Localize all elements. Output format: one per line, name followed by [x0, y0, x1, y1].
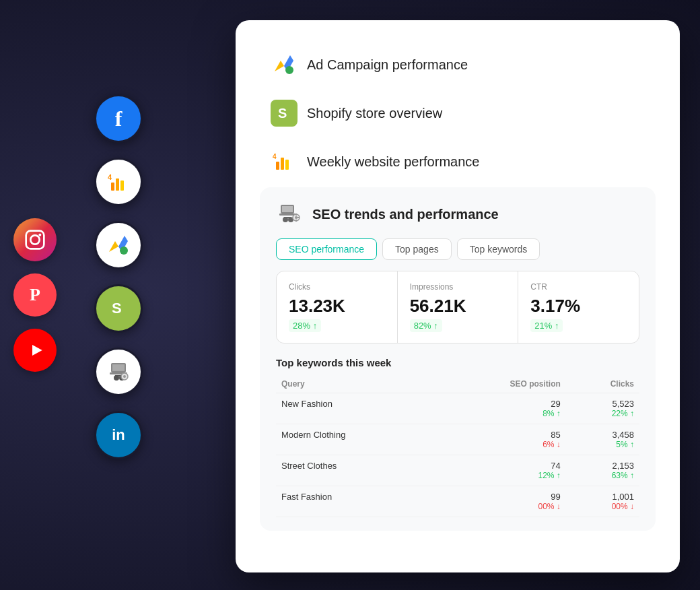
svg-point-2 — [38, 234, 41, 236]
col-clicks: Clicks — [566, 375, 639, 393]
patreon-icon[interactable]: P — [13, 273, 57, 317]
seo-tabs: SEO performance Top pages Top keywords — [276, 238, 639, 260]
keywords-table: Query SEO position Clicks New Fashion298… — [276, 375, 639, 517]
col-seo-position: SEO position — [435, 375, 566, 393]
svg-text:S: S — [112, 300, 122, 317]
query-cell: Fast Fashion — [276, 486, 435, 517]
databox-menu-icon: 4 — [271, 148, 298, 175]
instagram-icon[interactable] — [13, 218, 57, 261]
shopify-icon[interactable]: S — [94, 284, 143, 333]
clicks-cell: 1,00100% ↓ — [566, 486, 639, 517]
query-cell: Modern Clothing — [276, 424, 435, 455]
seo-position-cell: 7412% ↑ — [435, 455, 566, 486]
shopify-label: Shopify store overview — [307, 106, 442, 121]
metric-impressions: Impressions 56.21K 82% ↑ — [398, 271, 518, 343]
svg-rect-5 — [111, 183, 114, 191]
ad-campaign-label: Ad Campaign performance — [307, 57, 468, 73]
query-cell: New Fashion — [276, 393, 435, 424]
metric-clicks: Clicks 13.23K 28% ↑ — [277, 271, 397, 343]
svg-point-19 — [123, 375, 126, 378]
svg-rect-39 — [298, 217, 300, 218]
ctr-value: 3.17% — [530, 296, 627, 317]
svg-text:S: S — [278, 106, 287, 121]
table-row: Fast Fashion9900% ↓1,00100% ↓ — [276, 486, 639, 517]
social-icons-col2: f 4 S — [94, 94, 143, 459]
clicks-value: 13.23K — [289, 296, 385, 317]
table-row: New Fashion298% ↑5,52322% ↑ — [276, 393, 639, 424]
svg-rect-25 — [276, 162, 279, 170]
clicks-cell: 2,15363% ↑ — [566, 455, 639, 486]
svg-rect-30 — [279, 214, 295, 216]
svg-rect-13 — [112, 364, 125, 371]
col-query: Query — [276, 375, 435, 393]
impressions-label: Impressions — [410, 282, 506, 292]
svg-rect-27 — [285, 160, 289, 170]
query-cell: Street Clothes — [276, 455, 435, 486]
tab-top-keywords[interactable]: Top keywords — [457, 238, 540, 260]
menu-item-weekly[interactable]: 4 Weekly website performance — [260, 139, 656, 185]
ctr-change: 21% ↑ — [530, 319, 563, 332]
weekly-label: Weekly website performance — [307, 154, 479, 170]
svg-marker-8 — [109, 241, 118, 252]
google-ads-icon[interactable] — [94, 221, 143, 269]
svg-rect-29 — [282, 206, 293, 212]
svg-point-35 — [295, 216, 298, 219]
svg-rect-7 — [120, 181, 124, 191]
seo-position-cell: 298% ↑ — [435, 393, 566, 424]
clicks-change: 28% ↑ — [289, 319, 321, 332]
seo-section-header: SEO trends and performance — [276, 201, 639, 228]
table-row: Modern Clothing856% ↓3,4585% ↑ — [276, 424, 639, 455]
svg-rect-33 — [284, 217, 292, 218]
svg-rect-38 — [291, 217, 293, 218]
menu-item-ad-campaign[interactable]: Ad Campaign performance — [260, 42, 656, 88]
seo-section-icon — [276, 201, 303, 228]
databox-icon[interactable]: 4 — [94, 158, 143, 206]
seo-tool-icon[interactable] — [94, 348, 143, 396]
table-row: Street Clothes7412% ↑2,15363% ↑ — [276, 455, 639, 486]
seo-position-cell: 9900% ↓ — [435, 486, 566, 517]
impressions-change: 82% ↑ — [410, 319, 442, 332]
shopify-menu-icon: S — [271, 100, 298, 127]
metric-ctr: CTR 3.17% 21% ↑ — [518, 271, 639, 343]
svg-rect-37 — [295, 220, 297, 222]
metrics-row: Clicks 13.23K 28% ↑ Impressions 56.21K 8… — [276, 271, 639, 343]
svg-point-1 — [30, 235, 39, 244]
seo-position-cell: 856% ↓ — [435, 424, 566, 455]
svg-rect-26 — [281, 158, 284, 170]
svg-rect-36 — [295, 214, 297, 216]
clicks-cell: 3,4585% ↑ — [566, 424, 639, 455]
keywords-table-title: Top keywords this week — [276, 357, 639, 368]
clicks-label: Clicks — [289, 282, 385, 292]
svg-rect-6 — [116, 178, 119, 191]
youtube-icon[interactable] — [13, 329, 57, 372]
social-icons-col1: P — [13, 218, 57, 372]
svg-point-10 — [120, 247, 128, 255]
seo-section: SEO trends and performance SEO performan… — [260, 187, 656, 531]
tab-top-pages[interactable]: Top pages — [382, 238, 452, 260]
facebook-icon[interactable]: f — [94, 94, 143, 143]
svg-point-22 — [285, 66, 293, 74]
ctr-label: CTR — [530, 282, 627, 292]
svg-marker-3 — [32, 345, 42, 356]
seo-section-title: SEO trends and performance — [312, 207, 499, 222]
google-ads-menu-icon — [271, 51, 298, 78]
svg-text:4: 4 — [273, 153, 277, 160]
tab-seo-performance[interactable]: SEO performance — [276, 238, 377, 260]
svg-rect-0 — [26, 231, 44, 249]
main-card: Ad Campaign performance S Shopify store … — [236, 20, 680, 572]
svg-marker-20 — [275, 61, 284, 71]
svg-text:4: 4 — [108, 173, 112, 181]
linkedin-icon[interactable]: in — [94, 411, 143, 459]
menu-item-shopify[interactable]: S Shopify store overview — [260, 90, 656, 136]
impressions-value: 56.21K — [410, 296, 506, 317]
clicks-cell: 5,52322% ↑ — [566, 393, 639, 424]
